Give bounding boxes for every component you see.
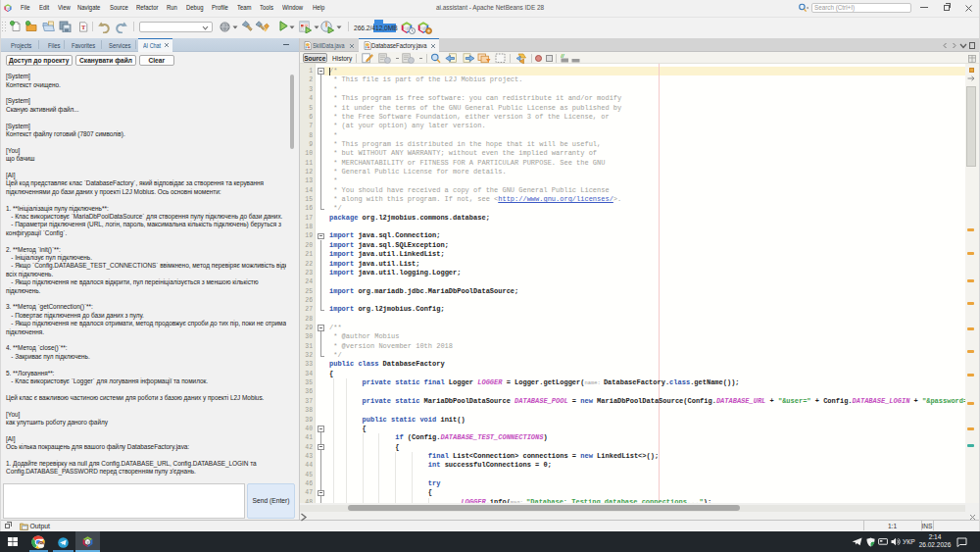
svg-text://: // bbox=[561, 53, 565, 59]
svg-text:T: T bbox=[81, 24, 86, 30]
